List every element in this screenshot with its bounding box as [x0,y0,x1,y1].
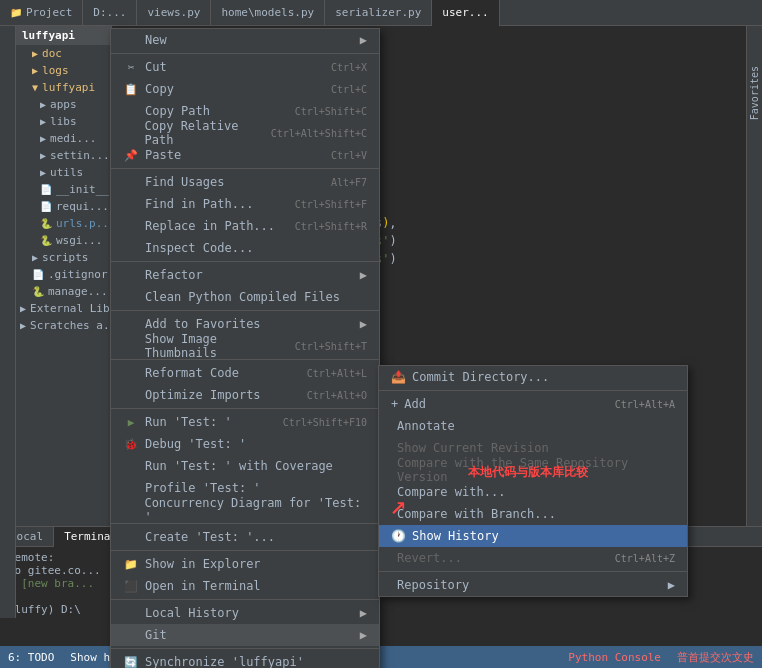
menu-concurrency[interactable]: Concurrency Diagram for 'Test: ' [111,499,379,521]
git-submenu: 📤 Commit Directory... + Add Ctrl+Alt+A A… [378,365,688,597]
menu-copy-label: Copy [145,82,174,96]
menu-explorer[interactable]: 📁 Show in Explorer [111,553,379,575]
separator [111,53,379,54]
git-commit-dir[interactable]: 📤 Commit Directory... [379,366,687,388]
add-icon: + [391,397,398,411]
menu-paste[interactable]: 📌 Paste Ctrl+V [111,144,379,166]
menu-terminal-label: Open in Terminal [145,579,261,593]
menu-thumbnails[interactable]: Show Image Thumbnails Ctrl+Shift+T [111,335,379,357]
git-annotate-label: Annotate [397,419,455,433]
tab-serializer[interactable]: serializer.py [325,0,432,26]
file-icon: 📄 [40,184,52,195]
replace-icon [123,218,139,234]
git-current-rev-label: Show Current Revision [397,441,549,455]
git-icon [123,627,139,643]
copy-icon: 📋 [123,81,139,97]
menu-sync[interactable]: 🔄 Synchronize 'luffyapi' [111,651,379,668]
menu-local-history[interactable]: Local History ▶ [111,602,379,624]
todo-label[interactable]: 6: TODO [8,651,54,664]
git-repository[interactable]: Repository ▶ [379,574,687,596]
tree-urls[interactable]: 🐍urls.p... [16,215,111,232]
tab-user[interactable]: user... [432,0,499,26]
menu-reformat[interactable]: Reformat Code Ctrl+Alt+L [111,362,379,384]
menu-copy-path-label: Copy Path [145,104,210,118]
tree-scripts[interactable]: ▶scripts [16,249,111,266]
tab-views[interactable]: views.py [137,0,211,26]
shortcut: Ctrl+Alt+Z [615,553,675,564]
git-revert[interactable]: Revert... Ctrl+Alt+Z [379,547,687,569]
menu-inspect[interactable]: Inspect Code... [111,237,379,259]
left-sidebar [0,26,16,618]
git-compare-branch[interactable]: Compare with Branch... [379,503,687,525]
menu-copy-rel[interactable]: Copy Relative Path Ctrl+Alt+Shift+C [111,122,379,144]
menu-sync-label: Synchronize 'luffyapi' [145,655,304,668]
git-repository-label: Repository [397,578,469,592]
separator [111,408,379,409]
tab-label: views.py [147,6,200,19]
tree-luffyapi[interactable]: ▼luffyapi [16,79,111,96]
git-compare-with[interactable]: Compare with... [379,481,687,503]
tree-settin[interactable]: ▶settin... [16,147,111,164]
tree-init[interactable]: 📄__init__ [16,181,111,198]
menu-inspect-label: Inspect Code... [145,241,253,255]
tab-models[interactable]: home\models.py [211,0,325,26]
menu-new[interactable]: New ▶ [111,29,379,51]
menu-reformat-label: Reformat Code [145,366,239,380]
commit-icon: 📤 [391,370,406,384]
menu-copy-rel-label: Copy Relative Path [145,119,271,147]
separator [111,550,379,551]
menu-thumbnails-label: Show Image Thumbnails [145,332,295,360]
tree-doc[interactable]: ▶doc [16,45,111,62]
menu-find-path[interactable]: Find in Path... Ctrl+Shift+F [111,193,379,215]
git-add[interactable]: + Add Ctrl+Alt+A [379,393,687,415]
folder-icon: ▶ [32,48,38,59]
tree-wsgi[interactable]: 🐍wsgi... [16,232,111,249]
tree-libs[interactable]: ▶libs [16,113,111,130]
menu-replace[interactable]: Replace in Path... Ctrl+Shift+R [111,215,379,237]
menu-cut[interactable]: ✂ Cut Ctrl+X [111,56,379,78]
arrow-icon: ▶ [360,606,367,620]
terminal-icon: ⬛ [123,578,139,594]
separator [111,599,379,600]
separator [111,261,379,262]
tree-gitignore[interactable]: 📄.gitignor... [16,266,111,283]
menu-debug[interactable]: 🐞 Debug 'Test: ' [111,433,379,455]
menu-find-usages[interactable]: Find Usages Alt+F7 [111,171,379,193]
menu-optimize[interactable]: Optimize Imports Ctrl+Alt+O [111,384,379,406]
tree-logs[interactable]: ▶logs [16,62,111,79]
menu-run[interactable]: ▶ Run 'Test: ' Ctrl+Shift+F10 [111,411,379,433]
menu-refactor[interactable]: Refactor ▶ [111,264,379,286]
tab-d[interactable]: D:... [83,0,137,26]
tree-manage[interactable]: 🐍manage... [16,283,111,300]
favorites-label[interactable]: Favorites [749,66,760,120]
find-path-icon [123,196,139,212]
menu-create[interactable]: Create 'Test: '... [111,526,379,548]
menu-terminal[interactable]: ⬛ Open in Terminal [111,575,379,597]
shortcut: Ctrl+Shift+R [295,221,367,232]
context-menu: New ▶ ✂ Cut Ctrl+X 📋 Copy Ctrl+C Copy Pa… [110,28,380,668]
tree-external[interactable]: ▶External Lib... [16,300,111,317]
menu-git[interactable]: Git ▶ [111,624,379,646]
menu-create-label: Create 'Test: '... [145,530,275,544]
concurrency-icon [123,502,138,518]
explorer-icon: 📁 [123,556,139,572]
menu-replace-label: Replace in Path... [145,219,275,233]
git-annotate[interactable]: Annotate [379,415,687,437]
menu-clean[interactable]: Clean Python Compiled Files [111,286,379,308]
menu-concurrency-label: Concurrency Diagram for 'Test: ' [144,496,367,524]
tree-scratches[interactable]: ▶Scratches a... [16,317,111,334]
python-console-label[interactable]: Python Console [568,651,661,664]
reformat-icon [123,365,139,381]
folder-icon: ▶ [40,99,46,110]
menu-clean-label: Clean Python Compiled Files [145,290,340,304]
menu-run-coverage[interactable]: Run 'Test: ' with Coverage [111,455,379,477]
tree-requi[interactable]: 📄requi... [16,198,111,215]
tree-apps[interactable]: ▶apps [16,96,111,113]
git-revert-label: Revert... [397,551,462,565]
git-show-history[interactable]: 🕐 Show History [379,525,687,547]
tree-medi[interactable]: ▶medi... [16,130,111,147]
tab-bar: 📁 Project D:... views.py home\models.py … [0,0,762,26]
tree-utils[interactable]: ▶utils [16,164,111,181]
tab-project[interactable]: 📁 Project [0,0,83,26]
menu-copy[interactable]: 📋 Copy Ctrl+C [111,78,379,100]
